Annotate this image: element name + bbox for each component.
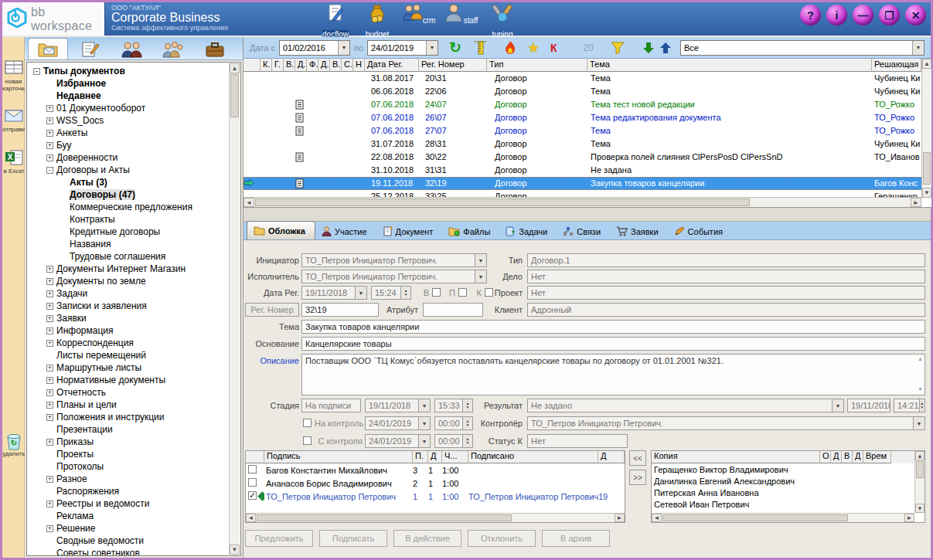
client-field[interactable]: Адронный xyxy=(527,303,925,317)
scroll-left-button[interactable]: ◄ xyxy=(246,514,256,522)
chevron-down-icon[interactable]: ▼ xyxy=(338,41,349,55)
tree-item[interactable]: Листы перемещений xyxy=(30,349,240,361)
tree-item[interactable]: +WSS_Docs xyxy=(30,114,240,127)
tree-item[interactable]: +Положения и инструкции xyxy=(30,411,240,423)
on-control-time-spinner[interactable]: 00:00▲▼ xyxy=(434,416,473,430)
case-field[interactable]: Нет xyxy=(527,270,925,283)
tree-item[interactable]: +Анкеты xyxy=(30,127,240,139)
tree-item[interactable]: +Разное xyxy=(30,473,240,485)
tab-participation[interactable]: Участие xyxy=(315,223,376,239)
help-button[interactable]: ? xyxy=(800,5,821,25)
vertical-scrollbar[interactable]: ▲ ▼ xyxy=(921,59,931,198)
stage-field[interactable]: На подписи xyxy=(301,399,361,412)
refresh-icon[interactable]: ↻ xyxy=(449,39,461,56)
header-cell[interactable]: Д xyxy=(831,451,842,463)
signature-checkbox[interactable] xyxy=(248,465,257,473)
expand-icon[interactable]: + xyxy=(46,117,53,124)
expand-icon[interactable]: + xyxy=(46,402,53,409)
scroll-right-button[interactable]: ► xyxy=(911,198,921,207)
table-row[interactable]: 07.06.201824\07ДоговорТема тест новой ре… xyxy=(243,98,931,111)
date-to-combo[interactable]: 24/01/2019 ▼ xyxy=(367,40,438,56)
attribute-field[interactable] xyxy=(423,303,483,317)
star-icon[interactable]: ★ xyxy=(527,39,540,56)
tree-item[interactable]: +01 Документооборот xyxy=(30,102,240,114)
header-cell[interactable] xyxy=(243,59,260,72)
on-control-date-combo[interactable]: 24/01/2019▼ xyxy=(365,416,431,430)
project-field[interactable]: Нет xyxy=(527,286,925,300)
tree-item[interactable]: Недавнее xyxy=(30,90,240,102)
expand-icon[interactable]: + xyxy=(46,439,53,446)
sidebar-tab-meeting[interactable] xyxy=(153,39,193,59)
chevron-down-icon[interactable]: ▼ xyxy=(426,41,438,55)
ruler-icon[interactable] xyxy=(472,41,488,55)
tree-item[interactable]: Кредитные договоры xyxy=(30,226,240,238)
flag-v-checkbox[interactable] xyxy=(432,288,441,297)
header-cell[interactable]: В. xyxy=(284,59,295,72)
tree-item[interactable]: Контракты xyxy=(30,213,240,226)
status-field[interactable]: Нет xyxy=(527,434,628,448)
table-row[interactable]: 06.06.201822\06ДоговорТемаЧубинец Ки xyxy=(243,85,931,98)
horizontal-scrollbar[interactable]: ◄► xyxy=(652,513,914,522)
expand-icon[interactable]: + xyxy=(46,142,53,149)
header-cell[interactable]: Д xyxy=(853,451,863,463)
reg-date-combo[interactable]: 19/11/2018▼ xyxy=(301,286,367,300)
stage-date-combo[interactable]: 19/11/2018▼ xyxy=(365,399,431,412)
tree-item[interactable]: +Нормативные документы xyxy=(30,374,240,386)
signature-checkbox[interactable] xyxy=(248,491,257,500)
reg-number-button[interactable]: Рег. Номер xyxy=(245,303,299,317)
tree-item[interactable]: Названия xyxy=(30,238,240,250)
off-control-date-combo[interactable]: 24/01/2019▼ xyxy=(365,434,431,448)
table-row[interactable]: 22.08.201830\22ДоговорПроверка полей сли… xyxy=(243,151,931,164)
header-cell[interactable]: П. xyxy=(413,451,428,463)
tree-item[interactable]: +Документы по земле xyxy=(30,275,240,287)
tab-events[interactable]: События xyxy=(668,223,732,239)
table-row[interactable]: Геращенко Виктор Владимирович xyxy=(652,463,924,475)
header-cell[interactable]: Д xyxy=(598,451,625,463)
table-row[interactable]: 07.06.201827\07ДоговорТемаТО_Рожко xyxy=(243,124,931,137)
scroll-left-button[interactable]: ◄ xyxy=(652,514,662,522)
header-cell[interactable]: Тип xyxy=(487,59,587,72)
chevron-down-icon[interactable]: ▼ xyxy=(418,417,430,429)
module-staff[interactable]: staff xyxy=(443,3,478,40)
tree-item[interactable]: +Буу xyxy=(30,139,240,151)
tree-item[interactable]: +Приказы xyxy=(30,436,240,448)
module-budget[interactable]: budget xyxy=(359,3,395,40)
spinner-buttons[interactable]: ▲▼ xyxy=(919,399,924,412)
executor-combo[interactable]: ТО_Петров Инициатор Петрович.▼ xyxy=(301,270,487,283)
initiator-combo[interactable]: ТО_Петров Инициатор Петрович.▼ xyxy=(301,253,487,267)
module-tuning[interactable]: tuning xyxy=(485,3,520,40)
scroll-left-button[interactable]: ◄ xyxy=(243,198,254,207)
table-row[interactable]: Данилинка Евгений Александрович xyxy=(652,475,924,487)
scroll-up-button[interactable]: ▲ xyxy=(230,63,240,73)
tree-item[interactable]: Акты (3) xyxy=(30,176,240,188)
expand-icon[interactable]: + xyxy=(46,105,53,112)
chevron-down-icon[interactable]: ▼ xyxy=(913,417,924,429)
header-cell[interactable]: Подпись xyxy=(264,451,413,463)
tree-item[interactable]: Протоколы xyxy=(30,460,240,473)
expand-icon[interactable]: + xyxy=(46,389,53,396)
table-row[interactable]: 19.11.201832\19ДоговорЗакупка товаров ка… xyxy=(243,177,931,190)
table-row[interactable]: Ананасов Борис Владимирович211:00 xyxy=(246,477,625,490)
table-row[interactable]: 31.07.201828\31ДоговорТемаЧубинец Ки xyxy=(243,137,931,151)
table-row[interactable]: Сетевой Иван Петрович xyxy=(652,498,924,510)
tab-tasks[interactable]: Задачи xyxy=(499,223,557,239)
expand-icon[interactable]: + xyxy=(46,266,53,273)
header-cell[interactable]: С. xyxy=(342,59,353,72)
tree-item[interactable]: +Документы Интернет Магазин xyxy=(30,263,240,275)
expand-icon[interactable]: + xyxy=(46,130,53,137)
tree-item[interactable]: Избранное xyxy=(30,77,240,90)
maximize-button[interactable]: ❐ xyxy=(879,5,900,25)
reg-number-field[interactable]: 32\19 xyxy=(301,303,379,317)
vertical-scrollbar[interactable]: ▲▼ xyxy=(914,451,924,513)
tree-item[interactable]: +Задачи xyxy=(30,287,240,300)
spinner-buttons[interactable]: ▲▼ xyxy=(400,287,410,299)
header-cell[interactable]: Д. xyxy=(295,59,307,72)
tree-item[interactable]: Реклама xyxy=(30,510,240,522)
tab-document[interactable]: Документ xyxy=(376,223,443,239)
tree-item[interactable]: +Отчетность xyxy=(30,386,240,399)
sidebar-tab-notes[interactable] xyxy=(70,39,110,59)
tree-item[interactable]: +Решение xyxy=(30,522,240,535)
sidebar-tab-briefcase[interactable] xyxy=(195,39,235,59)
scroll-thumb[interactable] xyxy=(255,199,750,206)
chevron-down-icon[interactable]: ▼ xyxy=(832,399,843,412)
